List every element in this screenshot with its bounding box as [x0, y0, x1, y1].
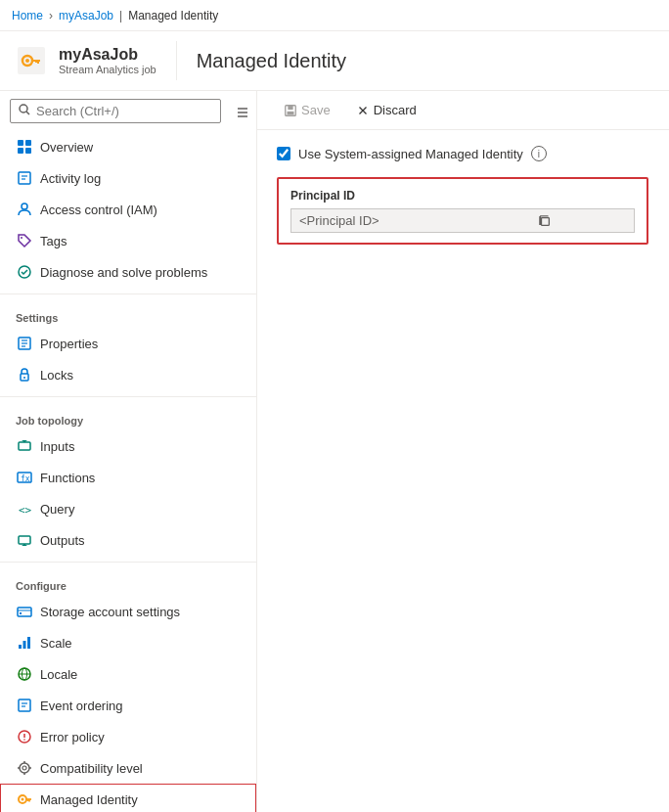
svg-text:fx: fx	[21, 474, 30, 483]
resource-subtitle: Stream Analytics job	[59, 64, 156, 75]
sidebar-item-managed-identity[interactable]: Managed Identity	[0, 784, 256, 812]
checkbox-row: Use System-assigned Managed Identity i	[277, 146, 649, 161]
discard-button[interactable]: Discard	[345, 97, 427, 123]
sidebar-item-diagnose[interactable]: Diagnose and solve problems	[0, 256, 256, 288]
breadcrumb: Home › myAsaJob | Managed Identity	[0, 0, 669, 31]
resource-title-group: myAsaJob Stream Analytics job	[59, 46, 156, 75]
sidebar-item-locale[interactable]: Locale	[0, 658, 256, 690]
diagnose-icon	[17, 264, 32, 280]
sidebar-item-access-control-label: Access control (IAM)	[40, 203, 157, 217]
scale-icon	[17, 635, 32, 651]
svg-point-55	[22, 798, 24, 801]
settings-section-label: Settings	[0, 300, 256, 328]
svg-point-23	[23, 377, 25, 379]
sidebar-collapse-button[interactable]	[229, 99, 256, 126]
sidebar-item-compatibility-level[interactable]: Compatibility level	[0, 752, 256, 784]
sidebar-item-tags[interactable]: Tags	[0, 225, 256, 256]
sidebar-item-activity-log[interactable]: Activity log	[0, 162, 256, 194]
sidebar-item-scale[interactable]: Scale	[0, 627, 256, 658]
svg-point-48	[20, 763, 29, 773]
sidebar-item-compatibility-level-label: Compatibility level	[40, 761, 143, 776]
svg-rect-60	[288, 105, 292, 109]
overview-icon	[17, 139, 32, 155]
svg-rect-33	[18, 608, 31, 616]
principal-id-value: <Principal ID>	[299, 213, 463, 228]
page-title: Managed Identity	[197, 50, 346, 72]
sidebar-item-storage-account-settings[interactable]: Storage account settings	[0, 596, 256, 627]
info-icon[interactable]: i	[531, 146, 547, 161]
job-topology-divider	[0, 396, 256, 397]
principal-id-field: <Principal ID>	[290, 208, 635, 233]
sidebar-item-overview-label: Overview	[40, 140, 93, 155]
main-layout: Overview Activity log Access control (IA…	[0, 91, 669, 812]
copy-icon[interactable]	[463, 214, 626, 228]
properties-icon	[17, 336, 32, 351]
resource-header: myAsaJob Stream Analytics job Managed Id…	[0, 31, 669, 91]
access-control-icon	[17, 202, 32, 217]
principal-id-box: Principal ID <Principal ID>	[277, 177, 648, 245]
svg-point-49	[22, 766, 26, 770]
sidebar-item-properties-label: Properties	[40, 337, 98, 351]
svg-point-15	[22, 203, 27, 209]
outputs-icon	[17, 532, 32, 548]
sidebar-item-outputs-label: Outputs	[40, 533, 85, 548]
svg-rect-30	[19, 536, 30, 544]
svg-rect-38	[27, 637, 30, 649]
svg-rect-24	[19, 442, 30, 450]
sidebar: Overview Activity log Access control (IA…	[0, 91, 257, 812]
resource-name: myAsaJob	[59, 46, 156, 64]
svg-rect-61	[288, 111, 294, 114]
sidebar-item-activity-log-label: Activity log	[40, 171, 101, 186]
breadcrumb-home[interactable]: Home	[12, 9, 43, 23]
sidebar-item-overview[interactable]: Overview	[0, 131, 256, 162]
svg-point-16	[21, 237, 22, 239]
sidebar-item-managed-identity-label: Managed Identity	[40, 792, 138, 807]
principal-id-label: Principal ID	[290, 189, 635, 203]
sidebar-item-access-control[interactable]: Access control (IAM)	[0, 194, 256, 225]
sidebar-item-scale-label: Scale	[40, 636, 72, 651]
job-topology-section-label: Job topology	[0, 403, 256, 430]
checkbox-label: Use System-assigned Managed Identity	[298, 147, 523, 161]
breadcrumb-resource[interactable]: myAsaJob	[59, 9, 113, 23]
main-content: Save Discard Use System-assigned Managed…	[257, 91, 669, 812]
sidebar-item-functions[interactable]: fx Functions	[0, 462, 256, 493]
sidebar-item-inputs[interactable]: Inputs	[0, 430, 256, 462]
sidebar-item-locale-label: Locale	[40, 667, 77, 682]
sidebar-item-event-ordering[interactable]: Event ordering	[0, 690, 256, 721]
search-box[interactable]	[10, 99, 221, 123]
search-input[interactable]	[36, 104, 212, 118]
sidebar-item-outputs[interactable]: Outputs	[0, 524, 256, 556]
sidebar-item-locks[interactable]: Locks	[0, 359, 256, 390]
sidebar-item-query[interactable]: <> Query	[0, 493, 256, 524]
breadcrumb-sep2: |	[119, 9, 122, 23]
svg-rect-12	[19, 172, 30, 184]
locks-icon	[17, 367, 32, 383]
sidebar-item-storage-label: Storage account settings	[40, 605, 180, 619]
save-button-label: Save	[301, 103, 331, 117]
sidebar-item-error-policy[interactable]: Error policy	[0, 721, 256, 752]
toolbar: Save Discard	[257, 91, 669, 130]
search-icon	[19, 104, 30, 118]
svg-rect-37	[23, 641, 26, 649]
sidebar-item-properties[interactable]: Properties	[0, 328, 256, 359]
activity-log-icon	[17, 170, 32, 186]
event-ordering-icon	[17, 698, 32, 713]
svg-point-2	[25, 59, 29, 63]
configure-section-label: Configure	[0, 568, 256, 596]
settings-divider	[0, 293, 256, 294]
resource-icon	[16, 45, 47, 76]
save-button[interactable]: Save	[273, 97, 341, 123]
sidebar-item-locks-label: Locks	[40, 368, 73, 383]
sidebar-item-functions-label: Functions	[40, 471, 95, 485]
svg-rect-8	[18, 140, 23, 146]
svg-rect-62	[541, 217, 549, 225]
svg-rect-35	[20, 612, 22, 614]
configure-divider	[0, 562, 256, 563]
svg-rect-42	[19, 699, 30, 711]
svg-point-47	[23, 739, 25, 741]
tags-icon	[17, 233, 32, 248]
functions-icon: fx	[17, 470, 32, 485]
sidebar-item-query-label: Query	[40, 502, 74, 517]
system-assigned-checkbox[interactable]	[277, 147, 290, 160]
svg-point-6	[20, 105, 27, 113]
